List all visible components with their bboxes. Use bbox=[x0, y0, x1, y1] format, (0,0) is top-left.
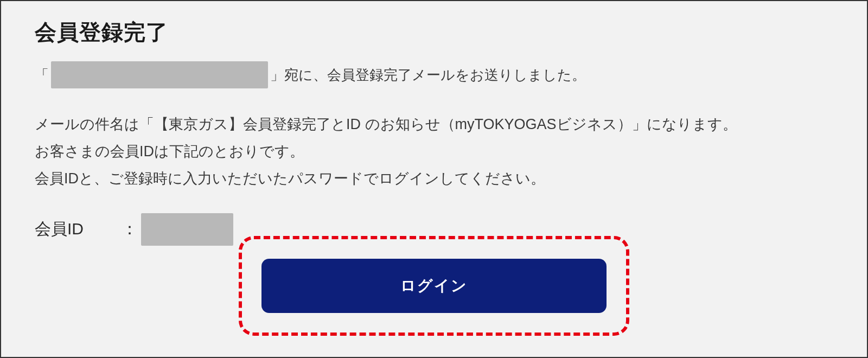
login-button[interactable]: ログイン bbox=[261, 259, 607, 313]
member-id-separator: ： bbox=[122, 218, 138, 240]
redacted-email bbox=[51, 61, 268, 88]
instruction-line-1: メールの件名は「【東京ガス】会員登録完了とID のお知らせ（myTOKYOGAS… bbox=[35, 111, 833, 138]
page-title: 会員登録完了 bbox=[35, 17, 833, 47]
confirmation-email-line: 「 」宛に、会員登録完了メールをお送りしました。 bbox=[35, 61, 833, 88]
instruction-line-3: 会員IDと、ご登録時に入力いただいたパスワードでログインしてください。 bbox=[35, 165, 833, 193]
login-highlight-frame: ログイン bbox=[239, 236, 629, 336]
redacted-member-id bbox=[141, 213, 233, 246]
instruction-line-2: お客さまの会員IDは下記のとおりです。 bbox=[35, 138, 833, 165]
intro-suffix: 」宛に、会員登録完了メールをお送りしました。 bbox=[270, 66, 586, 85]
member-id-label: 会員ID bbox=[35, 218, 122, 240]
instruction-text: メールの件名は「【東京ガス】会員登録完了とID のお知らせ（myTOKYOGAS… bbox=[35, 111, 833, 193]
intro-prefix: 「 bbox=[35, 66, 49, 85]
